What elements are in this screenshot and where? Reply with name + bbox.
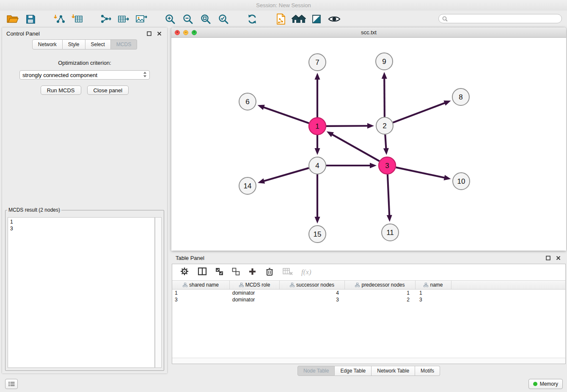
network-document-button[interactable] [273,12,289,26]
column-header-shared-name[interactable]: shared name [172,281,230,289]
tab-select[interactable]: Select [85,39,111,50]
tab-style[interactable]: Style [63,39,85,50]
search-field[interactable] [438,14,562,23]
graph-edge-2-3[interactable] [385,135,386,149]
node-label: 2 [383,122,386,130]
import-network-button[interactable] [52,12,67,26]
export-network-button[interactable] [98,12,113,26]
graph-node-3[interactable]: 3 [379,157,396,174]
window-minimize-button[interactable]: − [183,30,188,35]
graph-edge-2-9[interactable] [384,78,385,117]
network-graph[interactable]: 7968124314101511 [171,38,566,251]
graph-edge-arrowhead [444,175,451,180]
graph-edge-3-1[interactable] [332,134,380,161]
refresh-button[interactable] [245,12,260,26]
export-table-icon [117,14,130,25]
graph-node-9[interactable]: 9 [376,53,393,70]
node-label: 6 [245,98,249,106]
tab-edge-table[interactable]: Edge Table [335,366,372,376]
toolbar-separator [262,19,271,19]
graph-node-6[interactable]: 6 [239,93,256,110]
float-table-panel-button[interactable] [544,254,552,262]
table-row[interactable]: 3dominator323 [172,296,565,303]
close-panel-button-2[interactable]: Close panel [87,86,129,95]
add-column-button[interactable] [248,268,256,277]
table-horizontal-scrollbar[interactable] [172,358,565,364]
home-button[interactable] [291,12,306,26]
show-hide-button[interactable] [327,12,342,26]
node-label: 9 [382,58,386,66]
graph-node-2[interactable]: 2 [376,117,393,134]
column-header-MCDS-role[interactable]: MCDS role [230,281,280,289]
close-panel-button[interactable] [155,30,163,37]
graph-edge-4-14[interactable] [263,168,308,181]
optimization-select[interactable]: strongly connected component [19,70,150,80]
unselect-all-columns-button[interactable] [232,268,240,277]
graph-edge-2-8[interactable] [393,103,446,123]
import-table-button[interactable] [69,12,85,26]
zoom-fit-button[interactable] [198,12,213,26]
search-input[interactable] [450,15,558,22]
graph-edge-1-2[interactable] [326,126,368,126]
apply-style-button[interactable] [309,12,324,26]
graph-node-14[interactable]: 14 [239,177,256,194]
memory-button[interactable]: Memory [528,379,563,389]
node-label: 3 [385,162,389,170]
result-scrollbar[interactable] [155,217,162,368]
zoom-selected-button[interactable] [216,12,231,26]
tab-mcds[interactable]: MCDS [111,39,137,50]
save-session-button[interactable] [23,12,38,26]
tab-node-table[interactable]: Node Table [297,366,335,376]
mcds-buttons: Run MCDS Close panel [2,86,167,95]
show-columns-button[interactable] [198,267,207,278]
table-row[interactable]: 1dominator411 [172,290,565,296]
run-mcds-button[interactable]: Run MCDS [41,86,81,95]
zoom-in-button[interactable] [162,12,178,26]
network-canvas[interactable]: 7968124314101511 [171,38,566,251]
unselect-all-icon [232,268,240,276]
result-line: 3 [10,225,152,232]
table-settings-button[interactable] [180,267,189,278]
columns-icon [198,267,207,276]
float-panel-button[interactable] [145,30,153,37]
node-label: 8 [459,93,462,101]
graph-node-1[interactable]: 1 [309,118,326,135]
mcds-result-title: MCDS result (2 nodes) [7,207,61,213]
eye-icon [328,15,341,23]
node-label: 1 [315,122,319,130]
search-icon [442,16,448,22]
export-network-icon [99,14,112,25]
task-history-button[interactable] [5,379,18,389]
column-header-name[interactable]: name [416,281,451,289]
open-file-button[interactable] [5,12,20,26]
graph-edge-3-10[interactable] [396,167,445,178]
tab-network[interactable]: Network [32,39,63,50]
export-table-button[interactable] [116,12,131,26]
zoom-in-icon [165,14,176,25]
graph-node-11[interactable]: 11 [382,224,399,241]
window-close-button[interactable]: × [175,30,180,35]
table-header-row: shared nameMCDS rolesuccessor nodesprede… [172,280,565,290]
close-table-panel-button[interactable] [554,254,562,262]
graph-node-4[interactable]: 4 [309,157,326,174]
column-header-successor-nodes[interactable]: successor nodes [280,281,345,289]
select-all-columns-button[interactable] [215,268,223,277]
graph-node-7[interactable]: 7 [309,54,326,71]
tab-network-table[interactable]: Network Table [372,366,415,376]
window-zoom-button[interactable]: + [192,30,197,35]
delete-column-button[interactable] [265,267,274,278]
graph-node-8[interactable]: 8 [452,88,469,105]
export-image-button[interactable] [134,12,149,26]
tab-motifs[interactable]: Motifs [415,366,440,376]
zoom-fit-icon [200,14,211,25]
mcds-result-list[interactable]: 13 [8,217,155,368]
column-header-predecessor-nodes[interactable]: predecessor nodes [345,281,416,289]
graph-node-15[interactable]: 15 [309,226,326,243]
graph-edge-1-6[interactable] [263,107,309,123]
graph-edge-arrowhead [258,105,265,110]
zoom-out-button[interactable] [180,12,195,26]
graph-edge-3-11[interactable] [388,174,389,216]
graph-node-10[interactable]: 10 [453,173,470,190]
node-label: 11 [386,229,394,237]
column-header-filler [451,281,565,289]
